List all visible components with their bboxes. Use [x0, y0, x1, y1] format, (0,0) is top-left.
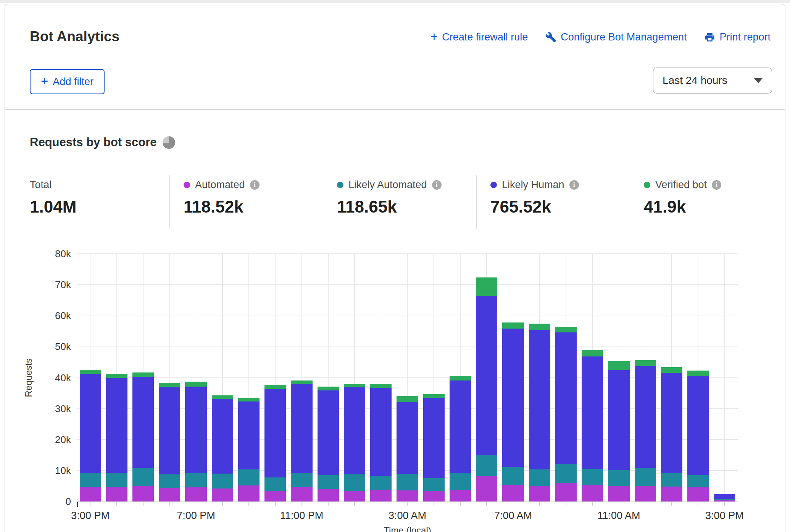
x-tick-label: 7:00 PM: [177, 510, 215, 522]
bar-segment-likely-human: [344, 387, 365, 474]
bar-6-00-am[interactable]: [476, 277, 497, 501]
bar-segment-likely-human: [238, 401, 260, 469]
x-axis-title: Time (local): [384, 525, 431, 532]
bar-segment-verified-bot: [450, 376, 471, 380]
bar-segment-automated: [714, 500, 735, 501]
bar-12-00-pm[interactable]: [635, 360, 656, 501]
bar-segment-likely-automated: [476, 455, 497, 476]
bar-segment-automated: [476, 476, 497, 501]
bar-3-00-pm[interactable]: [714, 494, 735, 501]
bar-segment-likely-human: [264, 389, 286, 477]
bar-segment-likely-human: [714, 494, 735, 500]
bar-segment-likely-automated: [423, 478, 445, 490]
bar-segment-automated: [423, 491, 445, 501]
bot-analytics-page: Bot Analytics + Create firewall rule Con…: [0, 0, 790, 532]
bar-8-00-pm[interactable]: [212, 395, 233, 501]
bar-segment-likely-automated: [608, 470, 629, 486]
bar-segment-verified-bot: [397, 396, 418, 402]
bar-3-00-am[interactable]: [397, 396, 418, 501]
gridline-v: [724, 254, 725, 501]
x-tick: [143, 502, 143, 506]
x-tick: [513, 502, 514, 506]
bar-segment-likely-automated: [582, 469, 603, 485]
bar-segment-likely-automated: [529, 469, 550, 486]
bar-segment-automated: [450, 490, 471, 501]
x-tick: [381, 502, 382, 506]
bar-segment-likely-human: [450, 380, 471, 473]
bar-segment-verified-bot: [529, 324, 550, 330]
bar-segment-verified-bot: [80, 370, 101, 374]
y-tick-label: 10k: [33, 465, 71, 477]
bar-2-00-pm[interactable]: [687, 371, 709, 501]
bar-segment-likely-human: [159, 387, 180, 474]
bar-10-00-pm[interactable]: [264, 385, 286, 501]
bar-12-00-am[interactable]: [318, 387, 339, 501]
x-tick: [486, 502, 487, 506]
bar-segment-likely-automated: [106, 473, 127, 487]
x-tick-label: 3:00 AM: [389, 510, 426, 522]
bar-2-00-am[interactable]: [370, 384, 392, 501]
y-tick-label: 70k: [33, 279, 71, 291]
requests-chart: 010k20k30k40k50k60k70k80k3:00 PM7:00 PM1…: [5, 4, 785, 532]
bar-1-00-am[interactable]: [344, 384, 365, 501]
x-tick: [434, 502, 434, 506]
bar-segment-verified-bot: [106, 374, 127, 378]
x-tick: [90, 502, 91, 506]
x-tick-label: 11:00 AM: [597, 510, 640, 522]
y-tick-label: 40k: [33, 372, 71, 384]
bar-segment-likely-human: [529, 330, 550, 469]
bar-5-00-am[interactable]: [450, 376, 471, 501]
bar-segment-automated: [502, 485, 524, 501]
x-tick: [645, 502, 646, 506]
bar-segment-likely-automated: [344, 474, 365, 491]
bar-4-00-pm[interactable]: [106, 374, 127, 501]
x-tick: [724, 502, 725, 506]
bar-segment-automated: [318, 489, 339, 501]
bar-segment-verified-bot: [502, 322, 524, 328]
x-tick: [275, 502, 276, 506]
bar-segment-verified-bot: [132, 372, 154, 377]
bar-segment-verified-bot: [238, 398, 260, 401]
bar-segment-verified-bot: [608, 361, 629, 370]
bar-4-00-am[interactable]: [423, 394, 445, 501]
bar-segment-verified-bot: [423, 394, 445, 398]
x-tick-label: 3:00 PM: [71, 510, 110, 522]
x-tick: [301, 502, 302, 506]
x-tick: [248, 502, 249, 506]
bar-segment-automated: [344, 491, 365, 501]
bar-segment-likely-automated: [555, 464, 577, 483]
bar-9-00-pm[interactable]: [238, 398, 260, 501]
bar-segment-likely-automated: [370, 476, 392, 490]
x-tick: [539, 502, 540, 506]
y-tick-label: 0: [33, 496, 71, 508]
bar-8-00-am[interactable]: [529, 324, 550, 501]
bar-segment-likely-human: [397, 402, 418, 474]
bar-segment-automated: [264, 491, 286, 501]
bar-segment-likely-human: [423, 398, 445, 478]
bar-segment-likely-automated: [291, 473, 312, 487]
bar-segment-automated: [529, 486, 550, 501]
x-tick: [460, 502, 461, 506]
bar-segment-likely-automated: [661, 473, 682, 487]
bar-7-00-pm[interactable]: [185, 382, 206, 501]
bar-6-00-pm[interactable]: [159, 382, 180, 501]
bar-segment-automated: [687, 487, 709, 501]
x-axis-line: [77, 501, 738, 502]
bar-10-00-am[interactable]: [582, 350, 603, 501]
bar-segment-verified-bot: [582, 350, 603, 356]
bar-9-00-am[interactable]: [555, 327, 577, 501]
x-tick: [196, 502, 197, 506]
bar-segment-automated: [608, 486, 629, 501]
bar-segment-likely-human: [555, 332, 577, 464]
bar-1-00-pm[interactable]: [661, 367, 682, 501]
bar-11-00-am[interactable]: [608, 361, 629, 501]
bar-segment-automated: [397, 490, 418, 501]
bar-3-00-pm[interactable]: [80, 370, 101, 501]
bar-7-00-am[interactable]: [502, 322, 524, 501]
x-tick: [619, 502, 619, 506]
bar-segment-automated: [106, 487, 127, 501]
bar-11-00-pm[interactable]: [291, 380, 312, 501]
x-tick: [566, 502, 566, 506]
bar-5-00-pm[interactable]: [132, 372, 154, 501]
bar-segment-verified-bot: [159, 383, 180, 388]
